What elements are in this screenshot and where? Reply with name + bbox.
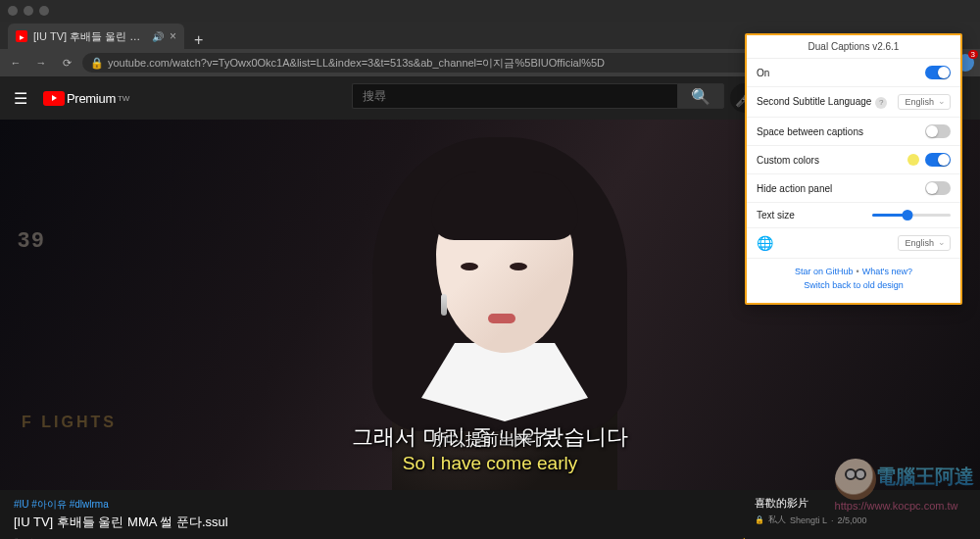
- playlist-panel[interactable]: 喜歡的影片 🔒 私人 Shengti L · 2/5,000: [745, 490, 980, 539]
- playlist-progress: 2/5,000: [838, 515, 867, 525]
- second-lang-label: Second Subtitle Language?: [757, 96, 887, 109]
- tab-title: [IU TV] 후배들 울린 MMA 썰: [33, 29, 146, 44]
- colors-label: Custom colors: [757, 155, 819, 166]
- popup-title: Dual Captions v2.6.1: [747, 35, 960, 59]
- caption-english: So I have come early: [0, 453, 980, 474]
- colors-toggle[interactable]: [925, 153, 951, 167]
- caption-chinese: 所以提前出来了: [0, 428, 980, 451]
- on-toggle[interactable]: [925, 66, 951, 79]
- space-toggle[interactable]: [925, 124, 951, 138]
- color-swatch[interactable]: [907, 154, 919, 166]
- space-label: Space between captions: [757, 126, 863, 137]
- nav-back-icon[interactable]: ←: [6, 57, 25, 69]
- playlist-privacy: 私人: [768, 514, 786, 526]
- youtube-region: TW: [118, 94, 129, 103]
- window-titlebar: [0, 0, 980, 22]
- tab-close-icon[interactable]: ×: [170, 29, 176, 43]
- second-lang-select[interactable]: English: [898, 94, 951, 110]
- ui-lang-select[interactable]: English: [898, 235, 951, 251]
- video-subject: [343, 137, 657, 470]
- nav-forward-icon[interactable]: →: [31, 57, 51, 69]
- youtube-play-icon: [43, 91, 65, 106]
- hamburger-menu-icon[interactable]: ☰: [14, 89, 27, 108]
- captions-overlay: 그래서 미리 좀 나와봤습니다 所以提前出来了 So I have come e…: [0, 422, 980, 474]
- lock-icon: 🔒: [755, 515, 764, 524]
- search-button[interactable]: 🔍: [677, 83, 724, 109]
- textsize-slider[interactable]: [872, 214, 951, 217]
- traffic-lights[interactable]: [8, 6, 49, 16]
- popup-links: Star on GitHub•What's new? Switch back t…: [747, 259, 960, 303]
- background-number: 39: [18, 227, 45, 253]
- textsize-label: Text size: [757, 210, 795, 220]
- github-link[interactable]: Star on GitHub: [795, 267, 854, 276]
- help-icon[interactable]: ?: [875, 97, 887, 109]
- old-design-link[interactable]: Switch back to old design: [804, 280, 904, 290]
- playlist-title: 喜歡的影片: [755, 496, 970, 511]
- search-icon: 🔍: [691, 87, 710, 106]
- search-box: 搜尋 🔍: [352, 83, 724, 113]
- search-input[interactable]: 搜尋: [352, 83, 677, 109]
- youtube-brand: Premium: [67, 91, 116, 106]
- hide-panel-toggle[interactable]: [925, 181, 951, 195]
- url-field[interactable]: 🔒 youtube.com/watch?v=TyOwx0Okc1A&list=L…: [82, 53, 816, 73]
- youtube-logo[interactable]: Premium TW: [43, 91, 129, 106]
- new-tab-button[interactable]: +: [184, 31, 213, 49]
- youtube-favicon-icon: [16, 30, 27, 42]
- whatsnew-link[interactable]: What's new?: [862, 267, 912, 276]
- nav-reload-icon[interactable]: ⟳: [57, 57, 76, 70]
- hide-panel-label: Hide action panel: [757, 183, 832, 194]
- dual-captions-popup: Dual Captions v2.6.1 On Second Subtitle …: [745, 33, 962, 305]
- url-text: youtube.com/watch?v=TyOwx0Okc1A&list=LL&…: [108, 56, 605, 71]
- playlist-owner: Shengti L: [790, 515, 827, 525]
- globe-icon: 🌐: [757, 235, 773, 251]
- tab-audio-icon[interactable]: 🔊: [152, 31, 164, 42]
- browser-tab-active[interactable]: [IU TV] 후배들 울린 MMA 썰 🔊 ×: [8, 24, 184, 49]
- lock-icon: 🔒: [90, 57, 104, 70]
- on-label: On: [757, 68, 769, 78]
